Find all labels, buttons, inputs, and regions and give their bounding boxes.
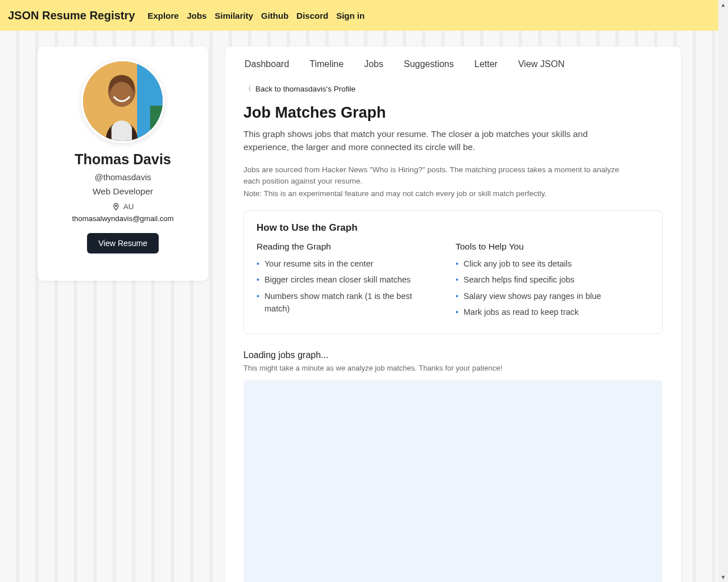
topnav-github[interactable]: Github <box>261 11 288 20</box>
tools-to-help-heading: Tools to Help You <box>456 242 601 252</box>
loading-subtitle: This might take a minute as we analyze j… <box>243 364 663 372</box>
subnav-dashboard[interactable]: Dashboard <box>245 59 289 69</box>
chevron-left-icon: 〈 <box>245 84 251 94</box>
list-item: Click any job to see its details <box>456 257 601 270</box>
reading-the-graph-column: Reading the Graph Your resume sits in th… <box>257 242 421 322</box>
topnav-explore[interactable]: Explore <box>147 11 179 20</box>
page-title: Job Matches Graph <box>243 104 663 122</box>
location-pin-icon <box>112 203 120 211</box>
subnav-suggestions[interactable]: Suggestions <box>404 59 454 69</box>
scrollbar-up-arrow[interactable]: ▲ <box>718 0 728 10</box>
back-link[interactable]: 〈 Back to thomasdavis's Profile <box>245 84 355 94</box>
how-to-use-panel: How to Use the Graph Reading the Graph Y… <box>243 210 663 334</box>
svg-rect-2 <box>150 106 163 141</box>
svg-rect-1 <box>137 61 163 141</box>
avatar-ring <box>81 59 165 143</box>
view-resume-button[interactable]: View Resume <box>87 233 159 253</box>
list-item: Mark jobs as read to keep track <box>456 306 601 318</box>
vertical-scrollbar[interactable]: ▲ ▼ <box>718 0 728 582</box>
subnav-letter[interactable]: Letter <box>474 59 498 69</box>
top-nav: Explore Jobs Similarity Github Discord S… <box>147 11 365 20</box>
profile-role: Web Developer <box>93 186 154 197</box>
profile-card: Thomas Davis @thomasdavis Web Developer … <box>38 47 208 281</box>
brand-title[interactable]: JSON Resume Registry <box>8 9 135 22</box>
profile-location-row: AU <box>112 202 134 211</box>
sub-nav: Dashboard Timeline Jobs Suggestions Lett… <box>243 59 663 69</box>
list-item: Bigger circles mean closer skill matches <box>257 273 421 286</box>
page-intro: This graph shows jobs that match your re… <box>243 127 607 154</box>
list-item: Your resume sits in the center <box>257 257 421 270</box>
page-layout: Thomas Davis @thomasdavis Web Developer … <box>0 31 718 582</box>
tools-to-help-column: Tools to Help You Click any job to see i… <box>456 242 601 322</box>
main-column: Dashboard Timeline Jobs Suggestions Lett… <box>225 47 681 582</box>
profile-handle[interactable]: @thomasdavis <box>94 172 151 182</box>
topnav-jobs[interactable]: Jobs <box>187 11 206 20</box>
topnav-similarity[interactable]: Similarity <box>214 11 253 20</box>
list-item: Numbers show match rank (1 is the best m… <box>257 290 421 315</box>
topnav-signin[interactable]: Sign in <box>336 11 365 20</box>
topnav-discord[interactable]: Discord <box>296 11 328 20</box>
scrollbar-down-arrow[interactable]: ▼ <box>718 572 728 582</box>
profile-email[interactable]: thomasalwyndavis@gmail.com <box>72 214 174 223</box>
reading-the-graph-heading: Reading the Graph <box>257 242 421 252</box>
profile-name: Thomas Davis <box>75 151 171 168</box>
svg-point-6 <box>115 205 117 206</box>
top-bar: JSON Resume Registry Explore Jobs Simila… <box>0 0 728 31</box>
svg-point-5 <box>110 82 133 107</box>
experimental-note: Note: This is an experimental feature an… <box>243 189 663 198</box>
avatar <box>83 61 163 141</box>
graph-placeholder <box>243 380 663 582</box>
profile-location: AU <box>123 202 134 211</box>
subnav-timeline[interactable]: Timeline <box>309 59 344 69</box>
source-note: Jobs are sourced from Hacker News "Who i… <box>243 164 630 188</box>
how-to-use-title: How to Use the Graph <box>257 222 650 234</box>
loading-title: Loading jobs graph... <box>243 350 663 360</box>
back-link-label: Back to thomasdavis's Profile <box>255 85 355 93</box>
subnav-jobs[interactable]: Jobs <box>364 59 383 69</box>
list-item: Salary view shows pay ranges in blue <box>456 290 601 302</box>
list-item: Search helps find specific jobs <box>456 273 601 286</box>
subnav-viewjson[interactable]: View JSON <box>518 59 565 69</box>
